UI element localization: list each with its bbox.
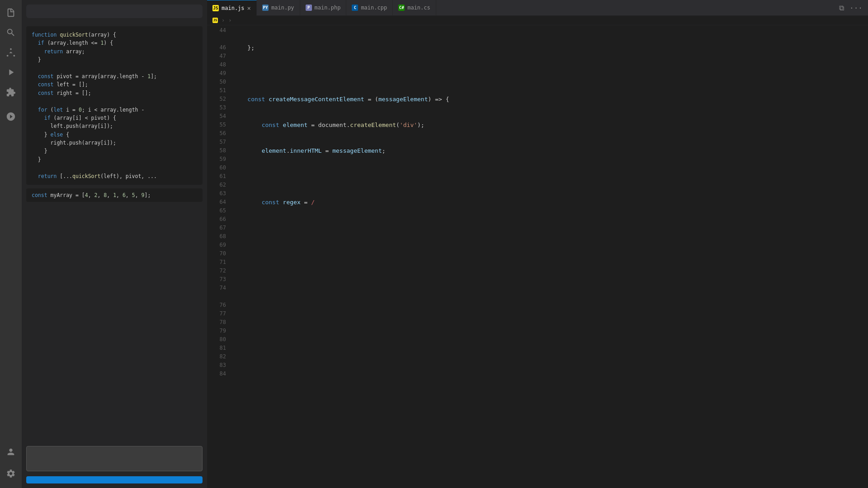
tab-close-main-js[interactable]: × (247, 5, 251, 11)
tab-label-main-cs: main.cs (407, 5, 430, 11)
prompt-input[interactable] (26, 446, 203, 471)
svg-point-1 (7, 55, 9, 57)
code-inline-example: const myArray = [4, 2, 8, 1, 6, 5, 9]; (26, 188, 203, 202)
tab-main-cs[interactable]: C# main.cs (393, 0, 436, 16)
tabs-actions: ⧉ ··· (837, 3, 868, 13)
php-file-icon: P (306, 5, 312, 11)
code-block-quicksort: function quickSort(array) { if (array.le… (26, 26, 203, 185)
tabs-bar: JS main.js × PY main.py P main.php C mai… (207, 0, 868, 16)
copilot-icon[interactable] (2, 108, 20, 126)
assistant-section: function quickSort(array) { if (array.le… (26, 23, 203, 206)
cs-file-icon: C# (398, 5, 405, 11)
tab-main-cpp[interactable]: C main.cpp (346, 0, 393, 16)
breadcrumb-file-icon: JS (212, 18, 218, 23)
activity-bar (0, 0, 22, 488)
user-message (26, 5, 203, 18)
line-numbers: 44 46 47 48 49 50 51 52 53 54 55 56 57 5… (207, 25, 230, 488)
files-icon[interactable] (2, 4, 20, 22)
main-container: function quickSort(array) { if (array.le… (22, 0, 868, 488)
split-editor-button[interactable]: ⧉ (837, 3, 846, 13)
editor-area: JS main.js × PY main.py P main.php C mai… (207, 0, 868, 488)
generate-button[interactable] (26, 476, 203, 483)
py-file-icon: PY (262, 5, 269, 11)
tab-main-js[interactable]: JS main.js × (207, 0, 257, 16)
js-file-icon: JS (212, 5, 219, 11)
cpp-file-icon: C (352, 5, 358, 11)
chat-panel: function quickSort(array) { if (array.le… (22, 0, 207, 488)
svg-point-0 (10, 48, 12, 50)
source-control-icon[interactable] (2, 43, 20, 61)
account-icon[interactable] (2, 443, 20, 461)
svg-point-2 (14, 55, 15, 57)
manage-icon[interactable] (2, 465, 20, 483)
tab-label-main-js: main.js (222, 5, 245, 11)
run-debug-icon[interactable] (2, 63, 20, 81)
search-icon[interactable] (2, 23, 20, 42)
tab-label-main-cpp: main.cpp (361, 5, 387, 11)
activity-bar-bottom (2, 443, 20, 484)
more-actions-button[interactable]: ··· (848, 3, 864, 13)
editor-content: 44 46 47 48 49 50 51 52 53 54 55 56 57 5… (207, 25, 868, 488)
breadcrumb: JS › › (207, 16, 868, 25)
code-editor[interactable]: }; const createMessageContentElement = (… (230, 25, 868, 488)
tab-main-py[interactable]: PY main.py (257, 0, 300, 16)
tab-label-main-php: main.php (315, 5, 341, 11)
tab-label-main-py: main.py (271, 5, 294, 11)
tab-main-php[interactable]: P main.php (300, 0, 347, 16)
prompt-area (26, 441, 203, 483)
extensions-icon[interactable] (2, 83, 20, 101)
